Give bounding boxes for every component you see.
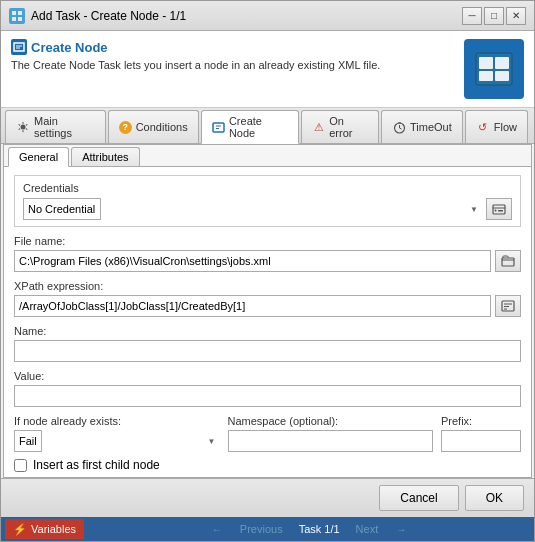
minimize-button[interactable]: ─ xyxy=(462,7,482,25)
tab-conditions-label: Conditions xyxy=(136,121,188,133)
value-group: Value: xyxy=(14,370,521,407)
window-title: Add Task - Create Node - 1/1 xyxy=(31,9,462,23)
maximize-button[interactable]: □ xyxy=(484,7,504,25)
xpath-input[interactable] xyxy=(14,295,491,317)
xpath-browse-button[interactable] xyxy=(495,295,521,317)
header-content: Create Node The Create Node Task lets yo… xyxy=(11,39,464,71)
status-nav: ← Previous Task 1/1 Next → xyxy=(88,521,530,537)
window-icon xyxy=(9,8,25,24)
form-area: Credentials No Credential xyxy=(4,167,531,477)
value-input[interactable] xyxy=(14,385,521,407)
cancel-button[interactable]: Cancel xyxy=(379,485,458,511)
main-settings-icon xyxy=(16,120,30,134)
credential-select[interactable]: No Credential xyxy=(23,198,101,220)
file-name-input[interactable] xyxy=(14,250,491,272)
svg-rect-2 xyxy=(12,17,16,21)
svg-rect-20 xyxy=(493,205,505,214)
header-section: Create Node The Create Node Task lets yo… xyxy=(1,31,534,108)
namespace-label: Namespace (optional): xyxy=(228,415,434,427)
svg-point-21 xyxy=(495,210,497,212)
bottom-buttons: Cancel OK xyxy=(1,478,534,517)
prefix-input[interactable] xyxy=(441,430,521,452)
title-buttons: ─ □ ✕ xyxy=(462,7,526,25)
create-node-icon xyxy=(212,120,225,134)
if-node-select-wrapper: Fail xyxy=(14,430,220,452)
if-node-label: If node already exists: xyxy=(14,415,220,427)
file-name-row xyxy=(14,250,521,272)
main-window: Add Task - Create Node - 1/1 ─ □ ✕ Creat… xyxy=(0,0,535,542)
left-arrow-nav: ← xyxy=(204,522,230,537)
namespace-input[interactable] xyxy=(228,430,434,452)
header-description: The Create Node Task lets you insert a n… xyxy=(11,59,464,71)
svg-rect-11 xyxy=(495,71,509,81)
tab-create-node-label: Create Node xyxy=(229,115,288,139)
xpath-row xyxy=(14,295,521,317)
tab-timeout-label: TimeOut xyxy=(410,121,452,133)
flow-icon: ↺ xyxy=(476,120,490,134)
svg-rect-4 xyxy=(14,43,24,51)
xpath-label: XPath expression: xyxy=(14,280,521,292)
tab-on-error-label: On error xyxy=(329,115,368,139)
svg-rect-13 xyxy=(213,123,224,132)
value-label: Value: xyxy=(14,370,521,382)
task-indicator: Task 1/1 xyxy=(293,523,346,535)
close-button[interactable]: ✕ xyxy=(506,7,526,25)
sub-tab-attributes[interactable]: Attributes xyxy=(71,147,139,166)
sub-tab-general[interactable]: General xyxy=(8,147,69,167)
credentials-title: Credentials xyxy=(23,182,512,194)
tab-conditions[interactable]: ? Conditions xyxy=(108,110,199,143)
on-error-icon: ⚠ xyxy=(312,120,325,134)
three-col-row: If node already exists: Fail Namespace (… xyxy=(14,415,521,452)
tab-flow[interactable]: ↺ Flow xyxy=(465,110,528,143)
if-node-select[interactable]: Fail xyxy=(14,430,42,452)
tab-flow-label: Flow xyxy=(494,121,517,133)
header-logo xyxy=(464,39,524,99)
next-button[interactable]: Next xyxy=(348,521,387,537)
ok-button[interactable]: OK xyxy=(465,485,524,511)
svg-rect-22 xyxy=(498,210,503,212)
tab-on-error[interactable]: ⚠ On error xyxy=(301,110,379,143)
name-input[interactable] xyxy=(14,340,521,362)
header-title-text: Create Node xyxy=(31,40,108,55)
exists-col: If node already exists: Fail xyxy=(14,415,220,452)
xpath-group: XPath expression: xyxy=(14,280,521,317)
credential-row: No Credential xyxy=(23,198,512,220)
name-label: Name: xyxy=(14,325,521,337)
prefix-label: Prefix: xyxy=(441,415,521,427)
credential-browse-button[interactable] xyxy=(486,198,512,220)
prefix-col: Prefix: xyxy=(441,415,521,452)
tab-main-settings-label: Main settings xyxy=(34,115,95,139)
timeout-icon xyxy=(392,120,406,134)
right-arrow-nav: → xyxy=(388,522,414,537)
svg-line-18 xyxy=(399,128,401,129)
variables-button[interactable]: ⚡ Variables xyxy=(5,519,84,539)
header-title-icon xyxy=(11,39,27,55)
sub-tab-attributes-label: Attributes xyxy=(82,151,128,163)
sub-tabs: General Attributes xyxy=(4,145,531,167)
insert-checkbox[interactable] xyxy=(14,459,27,472)
conditions-icon: ? xyxy=(119,121,132,134)
title-bar: Add Task - Create Node - 1/1 ─ □ ✕ xyxy=(1,1,534,31)
previous-button[interactable]: Previous xyxy=(232,521,291,537)
tab-main-settings[interactable]: Main settings xyxy=(5,110,106,143)
content-area: General Attributes Credentials No Creden… xyxy=(3,144,532,478)
header-title: Create Node xyxy=(11,39,464,55)
insert-checkbox-label: Insert as first child node xyxy=(33,458,160,472)
svg-rect-23 xyxy=(502,258,514,266)
svg-rect-0 xyxy=(12,11,16,15)
file-name-group: File name: xyxy=(14,235,521,272)
tab-timeout[interactable]: TimeOut xyxy=(381,110,463,143)
credential-select-wrapper: No Credential xyxy=(23,198,482,220)
svg-rect-1 xyxy=(18,11,22,15)
tabs-row: Main settings ? Conditions Create Node ⚠… xyxy=(1,108,534,144)
tab-create-node[interactable]: Create Node xyxy=(201,110,299,144)
svg-rect-10 xyxy=(479,71,493,81)
variables-label: Variables xyxy=(31,523,76,535)
file-name-label: File name: xyxy=(14,235,521,247)
file-browse-button[interactable] xyxy=(495,250,521,272)
name-group: Name: xyxy=(14,325,521,362)
variables-icon: ⚡ xyxy=(13,523,27,536)
svg-point-12 xyxy=(21,125,26,130)
svg-rect-9 xyxy=(495,57,509,69)
namespace-col: Namespace (optional): xyxy=(228,415,434,452)
